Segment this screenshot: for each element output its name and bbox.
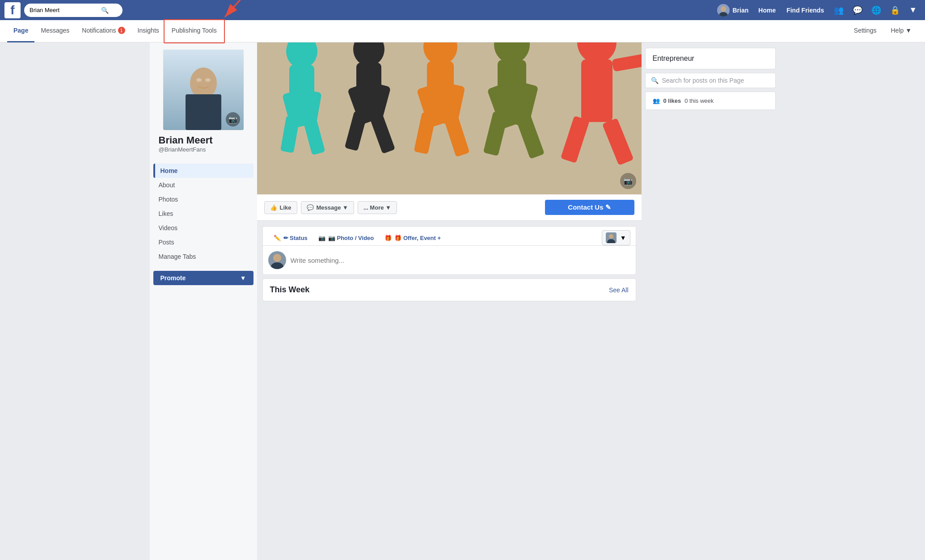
post-as-page-selector[interactable]: ▼ [602,230,630,245]
sidebar-item-photos[interactable]: Photos [153,192,253,206]
tab-notifications[interactable]: Notifications 1 [76,20,131,42]
pencil-icon: ✏️ [274,235,281,241]
cover-photo-camera-icon[interactable]: 📷 [226,112,240,126]
nav-user[interactable]: Brian [714,2,752,18]
tab-bar-wrapper: Page Messages Notifications 1 Insights P… [0,20,925,42]
nav-home-link[interactable]: Home [754,4,780,17]
post-avatar [268,251,286,269]
notifications-badge: 1 [118,27,125,34]
svg-point-6 [190,67,217,99]
page-handle: @BrianMeertFans [157,146,250,153]
avatar [717,4,730,17]
offer-event-tab[interactable]: 🎁 🎁 Offer, Event + [379,230,446,245]
see-all-link[interactable]: See All [609,286,629,294]
post-text-input[interactable] [291,257,630,264]
facebook-logo: f [4,2,21,18]
tab-insights[interactable]: Insights [131,20,165,42]
lock-icon[interactable]: 🔒 [887,4,904,17]
svg-point-0 [721,6,726,12]
post-input-row [263,246,636,274]
page-name: Brian Meert [157,135,250,146]
message-icon: 💬 [307,204,314,211]
cover-photo: 📷 [257,42,642,194]
sidebar-item-manage-tabs[interactable]: Manage Tabs [153,249,253,264]
post-type-tabs: ✏️ ✏ Status 📷 📷 Photo / Video 🎁 🎁 Offer,… [263,227,636,246]
nav-right: Brian Home Find Friends 👥 💬 🌐 🔒 ▼ [714,2,921,18]
message-button[interactable]: 💬 Message ▼ [301,201,354,214]
like-button[interactable]: 👍 Like [264,201,297,214]
contact-us-button[interactable]: Contact Us ✎ [545,200,634,215]
camera-icon: 📷 [318,235,325,241]
profile-picture[interactable]: 📷 [163,50,244,130]
nav-find-friends-link[interactable]: Find Friends [782,4,828,17]
action-left-buttons: 👍 Like 💬 Message ▼ ... More ▼ [264,201,397,214]
entrepreneur-widget: Entrepreneur [645,48,776,69]
sidebar: 📷 Brian Meert @BrianMeertFans Home About… [150,42,257,560]
tab-bar: Page Messages Notifications 1 Insights P… [0,20,925,42]
tab-publishing-tools[interactable]: Publishing Tools [165,20,223,42]
sidebar-nav: Home About Photos Likes Videos Posts Man… [153,164,253,264]
main-content: 📷 👍 Like 💬 Message ▼ ... More ▼ Contact … [257,42,642,560]
svg-point-9 [205,78,211,82]
promote-button[interactable]: Promote ▼ [153,271,253,285]
user-name: Brian [732,7,748,14]
svg-point-1 [719,12,728,17]
search-bar[interactable]: 🔍 [24,4,122,17]
likes-count: 0 likes [663,97,681,104]
search-input[interactable] [30,7,101,13]
photo-video-tab[interactable]: 📷 📷 Photo / Video [313,230,379,245]
messages-icon[interactable]: 💬 [849,4,866,17]
sidebar-item-home[interactable]: Home [153,164,253,178]
action-bar: 👍 Like 💬 Message ▼ ... More ▼ Contact Us… [257,194,642,221]
svg-point-43 [273,254,281,262]
top-nav: f 🔍 Brian Home Find Friends 👥 💬 🌐 🔒 ▼ [0,0,925,20]
gift-icon: 🎁 [384,235,392,241]
cover-camera-icon[interactable]: 📷 [620,173,636,189]
this-week-section: This Week See All [262,278,636,301]
svg-point-42 [607,239,615,243]
svg-rect-7 [186,94,221,130]
tab-messages[interactable]: Messages [34,20,76,42]
more-button[interactable]: ... More ▼ [358,201,397,214]
chevron-down-icon[interactable]: ▼ [905,4,921,17]
likes-widget: 👥 0 likes 0 this week [645,92,776,110]
main-layout: 📷 Brian Meert @BrianMeertFans Home About… [150,42,776,560]
svg-rect-36 [581,59,612,122]
sidebar-item-posts[interactable]: Posts [153,235,253,249]
status-tab[interactable]: ✏️ ✏ Status [268,230,313,245]
svg-point-8 [196,78,202,82]
tab-settings[interactable]: Settings [848,20,883,42]
tab-help[interactable]: Help ▼ [884,20,918,42]
right-sidebar: Entrepreneur 🔍 Search for posts on this … [642,42,776,560]
tab-page[interactable]: Page [7,20,34,42]
search-icon: 🔍 [651,77,659,84]
people-icon: 👥 [653,97,660,104]
likes-this-week: 0 this week [684,97,714,104]
svg-point-44 [271,262,283,269]
chevron-down-icon: ▼ [240,274,246,282]
search-posts-box[interactable]: 🔍 Search for posts on this Page [645,73,776,88]
post-compose-area: ✏️ ✏ Status 📷 📷 Photo / Video 🎁 🎁 Offer,… [262,226,636,275]
globe-icon[interactable]: 🌐 [868,4,885,17]
profile-pic-area: 📷 Brian Meert @BrianMeertFans [153,42,253,160]
svg-point-41 [609,234,613,239]
thumbs-up-icon: 👍 [270,204,277,211]
tab-bar-right: Settings Help ▼ [848,20,918,42]
this-week-title: This Week [270,285,310,295]
entrepreneur-label: Entrepreneur [653,55,694,62]
sidebar-item-likes[interactable]: Likes [153,206,253,221]
friends-icon[interactable]: 👥 [830,4,847,17]
search-icon: 🔍 [101,7,109,14]
search-posts-placeholder: Search for posts on this Page [662,77,744,84]
sidebar-item-videos[interactable]: Videos [153,221,253,235]
sidebar-item-about[interactable]: About [153,178,253,192]
chevron-down-icon: ▼ [620,234,626,241]
